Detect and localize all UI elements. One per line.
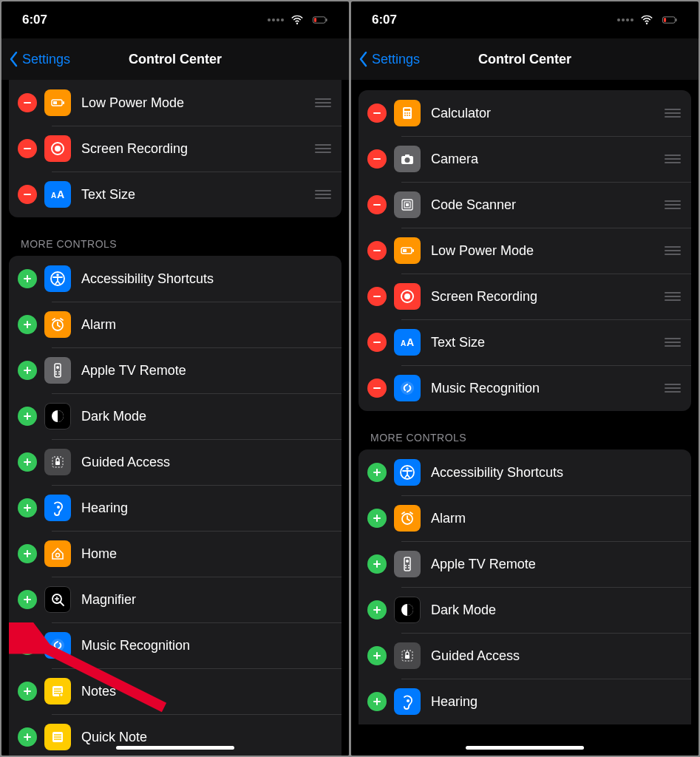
back-button[interactable]: Settings: [359, 51, 420, 67]
remove-button[interactable]: [367, 333, 387, 352]
drag-handle-icon[interactable]: [315, 190, 333, 199]
control-row: Hearing: [9, 485, 341, 531]
minus-icon: [372, 337, 382, 347]
status-time: 6:07: [22, 13, 47, 27]
add-button[interactable]: [18, 727, 37, 747]
camera-icon: [394, 146, 421, 172]
add-button[interactable]: [18, 544, 37, 563]
included-controls-group: Low Power ModeScreen RecordingText Size: [9, 80, 341, 217]
add-button[interactable]: [367, 646, 387, 665]
control-label: Music Recognition: [431, 381, 665, 396]
control-row: Low Power Mode: [9, 80, 341, 126]
back-label: Settings: [372, 52, 420, 67]
remove-button[interactable]: [18, 139, 37, 158]
remove-button[interactable]: [367, 149, 387, 169]
minus-icon: [22, 98, 33, 108]
plus-icon: [22, 457, 33, 467]
remove-button[interactable]: [367, 195, 387, 214]
plus-icon: [22, 319, 33, 330]
control-row: Accessibility Shortcuts: [359, 449, 691, 495]
control-row: Calculator: [359, 90, 691, 136]
control-label: Accessibility Shortcuts: [431, 465, 682, 481]
control-label: Magnifier: [81, 592, 333, 608]
remove-button[interactable]: [367, 378, 387, 398]
drag-handle-icon[interactable]: [665, 200, 682, 209]
drag-handle-icon[interactable]: [665, 109, 682, 118]
hearing-icon: [394, 688, 421, 715]
plus-icon: [22, 411, 33, 421]
plus-icon: [22, 686, 33, 696]
control-label: Guided Access: [431, 648, 682, 664]
control-row: Accessibility Shortcuts: [9, 256, 341, 302]
control-label: Dark Mode: [81, 409, 333, 424]
minus-icon: [372, 200, 382, 210]
home-indicator: [116, 746, 234, 750]
add-button[interactable]: [367, 692, 387, 711]
add-button[interactable]: [367, 509, 387, 528]
add-button[interactable]: [18, 361, 37, 380]
shazam-icon: [44, 632, 71, 659]
drag-handle-icon[interactable]: [665, 384, 682, 393]
drag-handle-icon[interactable]: [665, 155, 682, 163]
plus-icon: [22, 274, 33, 284]
control-row: Alarm: [9, 302, 341, 347]
chevron-left-icon: [359, 51, 369, 67]
chevron-left-icon: [9, 51, 19, 67]
plus-icon: [372, 605, 382, 615]
minus-icon: [22, 143, 33, 154]
darkmode-icon: [44, 403, 71, 430]
control-row: Guided Access: [359, 633, 691, 679]
add-button[interactable]: [367, 554, 387, 574]
minus-icon: [372, 291, 382, 302]
plus-icon: [22, 365, 33, 376]
add-button[interactable]: [18, 269, 37, 288]
control-label: Alarm: [431, 511, 682, 526]
guided-icon: [394, 642, 421, 669]
minus-icon: [372, 245, 382, 256]
add-button[interactable]: [18, 636, 37, 655]
remove-button[interactable]: [367, 287, 387, 306]
control-row: Alarm: [359, 495, 691, 541]
scanner-icon: [394, 191, 421, 218]
record-icon: [394, 283, 421, 310]
battery-low-icon: [309, 14, 331, 26]
more-controls-header: MORE CONTROLS: [351, 432, 699, 449]
add-button[interactable]: [18, 682, 37, 701]
plus-icon: [372, 513, 382, 523]
control-row: Camera: [359, 136, 691, 182]
alarm-icon: [44, 311, 71, 338]
record-icon: [44, 135, 71, 162]
remove-button[interactable]: [18, 93, 37, 112]
minus-icon: [372, 383, 382, 393]
nav-header: Settings Control Center: [1, 38, 349, 80]
drag-handle-icon[interactable]: [665, 292, 682, 301]
add-button[interactable]: [367, 600, 387, 619]
add-button[interactable]: [367, 463, 387, 482]
control-row: Low Power Mode: [359, 228, 691, 274]
more-controls-group: Accessibility ShortcutsAlarmApple TV Rem…: [9, 256, 341, 756]
add-button[interactable]: [18, 498, 37, 517]
drag-handle-icon[interactable]: [315, 98, 333, 107]
control-label: Dark Mode: [431, 602, 682, 618]
remove-button[interactable]: [367, 103, 387, 123]
cellular-dots-icon: [268, 18, 284, 21]
back-button[interactable]: Settings: [9, 51, 70, 67]
quicknote-icon: [44, 724, 71, 750]
control-row: Text Size: [9, 172, 341, 217]
left-screenshot: 6:07 Settings Control Center Low Power M…: [1, 1, 349, 756]
add-button[interactable]: [18, 315, 37, 334]
drag-handle-icon[interactable]: [315, 144, 333, 153]
notes-icon: [44, 678, 71, 705]
remove-button[interactable]: [367, 241, 387, 260]
control-label: Apple TV Remote: [431, 557, 682, 572]
add-button[interactable]: [18, 590, 37, 609]
drag-handle-icon[interactable]: [665, 246, 682, 255]
drag-handle-icon[interactable]: [665, 338, 682, 347]
status-time: 6:07: [372, 13, 397, 27]
remove-button[interactable]: [18, 185, 37, 204]
more-controls-group: Accessibility ShortcutsAlarmApple TV Rem…: [359, 449, 691, 724]
add-button[interactable]: [18, 452, 37, 472]
alarm-icon: [394, 505, 421, 532]
plus-icon: [372, 696, 382, 707]
add-button[interactable]: [18, 407, 37, 426]
